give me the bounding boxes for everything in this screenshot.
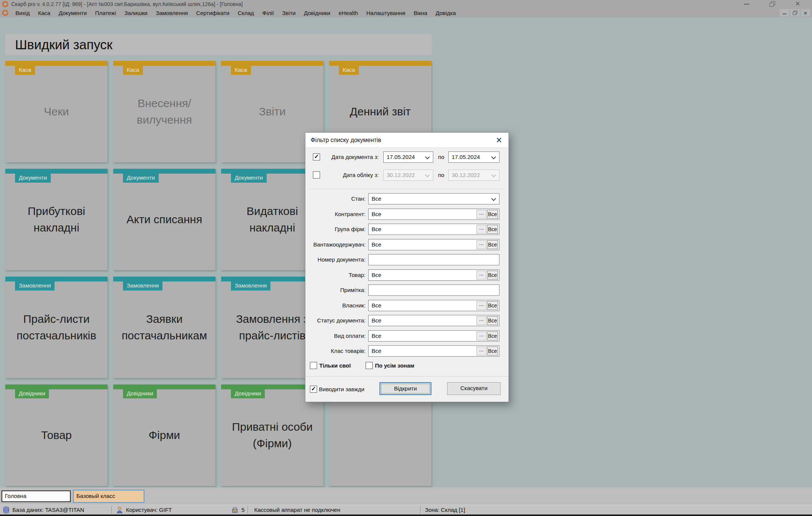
- field-more-button[interactable]: ...: [477, 240, 486, 249]
- tile-label: Прибуткові накладні: [5, 169, 108, 270]
- field-value-box[interactable]: Все ... Все: [368, 269, 499, 281]
- menu-item-9[interactable]: Філії: [258, 10, 278, 16]
- tab-main[interactable]: Головна: [2, 490, 71, 502]
- field-label: Вид оплати:: [305, 330, 366, 342]
- menu-item-4[interactable]: Платежі: [91, 10, 120, 16]
- all-zones-checkbox[interactable]: [366, 362, 373, 369]
- filter-field-row: Контрагент: Все ... Все: [305, 209, 508, 220]
- mdi-close-button[interactable]: ×: [801, 9, 810, 17]
- quick-launch-tile[interactable]: Довідники Товар: [5, 384, 108, 486]
- dialog-close-icon[interactable]: ×: [493, 135, 505, 146]
- field-more-button[interactable]: ...: [477, 347, 486, 356]
- field-value-box[interactable]: Все ... Все: [368, 209, 499, 220]
- menu-item-10[interactable]: Звіти: [278, 10, 300, 16]
- tab-base-class[interactable]: Базовый класс: [73, 490, 144, 503]
- mdi-minimize-button[interactable]: [780, 9, 789, 17]
- field-value-box[interactable]: ... Все: [368, 284, 499, 296]
- field-value: Все: [372, 272, 381, 278]
- menu-item-1[interactable]: Вихід: [11, 10, 34, 16]
- quick-launch-tile[interactable]: Документи Прибуткові накладні: [5, 169, 108, 270]
- only-own-label: Тільки свої: [319, 362, 351, 370]
- menu-item-11[interactable]: Довідники: [300, 10, 334, 16]
- field-more-button[interactable]: ...: [477, 301, 486, 310]
- date-document-to-combo[interactable]: 17.05.2024: [448, 151, 499, 163]
- date-accounting-to-combo[interactable]: 30.12.2022: [448, 169, 499, 181]
- field-more-button[interactable]: ...: [477, 210, 486, 219]
- field-all-button[interactable]: Все: [487, 331, 498, 340]
- date-document-row: Дата документа з: 17.05.2024 по 17.05.20…: [305, 151, 508, 163]
- field-more-button[interactable]: ...: [477, 331, 486, 340]
- field-value-box[interactable]: Все ... Все: [368, 315, 499, 326]
- status-bar: База даних: TASA3@TITAN Користувач: GIFT…: [0, 505, 812, 515]
- open-button[interactable]: Відкрити: [379, 382, 431, 395]
- user-icon: [117, 507, 123, 513]
- field-all-button[interactable]: Все: [487, 301, 498, 310]
- field-all-button[interactable]: Все: [487, 316, 498, 325]
- field-all-button[interactable]: Все: [487, 210, 498, 219]
- field-value-box[interactable]: Все ... Все: [368, 300, 499, 311]
- filter-field-row: Примітка: ... Все: [305, 284, 508, 296]
- cancel-button[interactable]: Скасувати: [447, 382, 501, 395]
- field-value-box[interactable]: Все ... Все: [368, 239, 499, 250]
- field-value-box[interactable]: ... Все: [368, 254, 499, 265]
- close-button[interactable]: ×: [792, 0, 803, 8]
- field-value-box[interactable]: Все ... Все: [368, 224, 499, 235]
- window-titlebar: Скарб pro v. 4.0.2.77 [ІД: 969] - [Апт №…: [0, 0, 812, 8]
- mdi-restore-button[interactable]: [790, 9, 800, 17]
- quick-launch-tile[interactable]: Замовлення Прайс-листи постачальників: [5, 277, 108, 378]
- quick-launch-tile[interactable]: Документи Акти списання: [113, 169, 216, 270]
- filter-field-row: Вантажоодержувач: Все ... Все: [305, 239, 508, 250]
- field-all-button[interactable]: Все: [487, 347, 498, 356]
- field-all-button[interactable]: Все: [487, 240, 498, 249]
- dialog-title: Фільтр списку документів: [311, 137, 381, 144]
- window-title: Скарб pro v. 4.0.2.77 [ІД: 969] - [Апт №…: [11, 1, 243, 7]
- quick-launch-tile[interactable]: Довідники Фірми: [113, 384, 216, 486]
- menu-item-7[interactable]: Сертифікати: [192, 10, 234, 16]
- menu-item-13[interactable]: Налаштування: [362, 10, 410, 16]
- mdi-window-controls: ×: [780, 9, 810, 17]
- field-label: Група фірм:: [305, 224, 366, 235]
- app-logo-icon: [2, 1, 8, 7]
- menu-item-8[interactable]: Склад: [234, 10, 258, 16]
- always-show-checkbox[interactable]: [310, 386, 317, 393]
- chevron-down-icon: [491, 173, 496, 177]
- field-value-box[interactable]: Все ... Все: [368, 345, 499, 357]
- field-more-button[interactable]: ...: [477, 225, 486, 234]
- field-value-box[interactable]: Все ... Все: [368, 193, 499, 204]
- date-to-label: по: [436, 169, 446, 181]
- field-more-button[interactable]: ...: [477, 271, 486, 280]
- field-more-button[interactable]: ...: [477, 316, 486, 325]
- status-divider: [420, 506, 420, 514]
- field-all-button[interactable]: Все: [487, 271, 498, 280]
- cash-register-icon: [232, 507, 238, 513]
- filter-field-row: Товар: Все ... Все: [305, 269, 508, 281]
- chevron-down-icon: [491, 196, 496, 201]
- mdi-app-logo-icon: [2, 10, 8, 16]
- menu-item-2[interactable]: Каса: [34, 10, 55, 16]
- date-accounting-checkbox[interactable]: [313, 171, 320, 179]
- menu-item-15[interactable]: Довідка: [431, 10, 460, 16]
- date-document-checkbox[interactable]: [313, 153, 320, 160]
- minimize-button[interactable]: [741, 0, 752, 8]
- date-to-label: по: [436, 151, 446, 163]
- quick-launch-tile[interactable]: Замовлення Заявки постачальникам: [113, 277, 216, 378]
- quick-launch-tile[interactable]: Каса Чеки: [5, 61, 108, 162]
- dialog-check-row: Тільки свої По усім зонам: [305, 362, 508, 370]
- tile-label: Акти списання: [113, 169, 216, 270]
- status-divider: [247, 506, 248, 514]
- field-label: Примітка:: [305, 284, 366, 296]
- menu-item-12[interactable]: eHealth: [334, 10, 362, 16]
- field-value-box[interactable]: Все ... Все: [368, 330, 499, 342]
- field-all-button[interactable]: Все: [487, 225, 498, 234]
- date-accounting-from-combo[interactable]: 30.12.2022: [383, 169, 433, 181]
- menu-item-5[interactable]: Залишки: [120, 10, 152, 16]
- quick-launch-tile[interactable]: Каса Внесення/вилучення: [113, 61, 216, 162]
- menu-item-6[interactable]: Замовлення: [152, 10, 192, 16]
- date-document-from-combo[interactable]: 17.05.2024: [383, 151, 433, 163]
- only-own-checkbox[interactable]: [310, 362, 317, 369]
- dialog-footer: Виводити завжди Відкрити Скасувати: [305, 381, 508, 398]
- menu-item-3[interactable]: Документи: [55, 10, 91, 16]
- menu-item-14[interactable]: Вікна: [410, 10, 432, 16]
- date-document-to-value: 17.05.2024: [452, 154, 480, 160]
- restore-button[interactable]: [766, 0, 778, 8]
